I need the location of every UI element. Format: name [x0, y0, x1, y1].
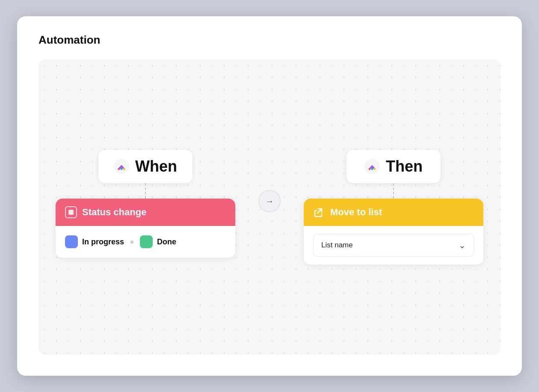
- page-title: Automation: [38, 33, 500, 47]
- from-status-pill: In progress: [65, 235, 124, 248]
- when-header-card[interactable]: When: [98, 150, 192, 183]
- when-column: When Status change In progress: [56, 150, 235, 258]
- list-name-placeholder: List name: [321, 241, 353, 249]
- when-body-card[interactable]: Status change In progress » Done: [56, 199, 235, 258]
- flow-wrapper: When Status change In progress: [56, 150, 483, 264]
- connector-circle: →: [258, 190, 281, 212]
- to-status-dot: [140, 235, 153, 248]
- when-trigger-bar: Status change: [56, 199, 235, 226]
- then-action-bar: Move to list: [304, 199, 483, 226]
- then-body-content: List name ⌄: [304, 226, 483, 264]
- main-card: Automation: [17, 16, 522, 376]
- clickup-logo-then: [364, 159, 380, 174]
- when-dashed-line: [145, 183, 146, 199]
- then-column: Then Move to list: [304, 150, 483, 264]
- then-header-card[interactable]: Then: [346, 150, 441, 183]
- chevron-down-icon: ⌄: [459, 240, 466, 250]
- status-change-icon-inner: [68, 210, 74, 215]
- trigger-label: Status change: [82, 207, 146, 218]
- move-to-list-icon: [313, 206, 325, 218]
- when-body-content: In progress » Done: [56, 226, 235, 258]
- status-arrow: »: [130, 238, 134, 246]
- from-status-dot: [65, 235, 78, 248]
- to-status-pill: Done: [140, 235, 176, 248]
- then-body-card[interactable]: Move to list List name ⌄: [304, 199, 483, 264]
- then-dashed-line: [393, 183, 394, 199]
- to-status-label: Done: [157, 238, 176, 246]
- when-label: When: [135, 157, 177, 175]
- then-label: Then: [386, 157, 423, 175]
- list-name-dropdown[interactable]: List name ⌄: [313, 234, 474, 257]
- connector-arrow: →: [265, 196, 274, 206]
- from-status-label: In progress: [82, 238, 124, 246]
- canvas-area: When Status change In progress: [38, 59, 500, 355]
- action-label: Move to list: [330, 207, 382, 218]
- status-change-icon: [65, 206, 77, 218]
- clickup-logo-when: [114, 159, 129, 174]
